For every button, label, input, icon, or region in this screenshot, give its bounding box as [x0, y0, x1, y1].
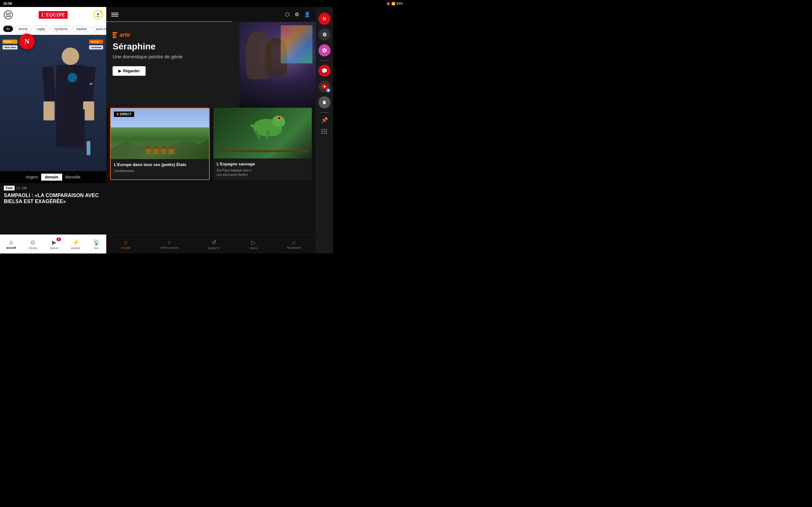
arte-nav-recherche[interactable]: ⌕ Recherche: [287, 239, 301, 249]
lequipe-user-button[interactable]: [94, 10, 102, 19]
arte-card-1[interactable]: DIRECT L'Europe dans tous ses (petits) É…: [110, 108, 210, 180]
sidebar-settings[interactable]: ⚙: [318, 29, 331, 41]
branch: [217, 150, 309, 152]
menu-line-2: [111, 14, 118, 15]
arte-hero: arte Séraphine Une domestique peintre de…: [106, 22, 316, 108]
water-bottle: [87, 141, 90, 155]
profile-icon[interactable]: 👤: [304, 11, 310, 17]
arte-bottom-nav: ⌂ Accueil ♪ ARTE Concert ↺ Guide TV ▷ Di…: [106, 234, 316, 253]
arte-logo-icon: [113, 32, 117, 38]
arte-music-icon: ♪: [168, 239, 171, 245]
arte-hero-subtitle: Une domestique peintre de génie: [113, 54, 233, 60]
grid-dot-9: [326, 133, 327, 134]
menu-line-1: [111, 13, 118, 13]
chrono-icon: ⊙: [31, 239, 35, 246]
arte-panel: ⬡ ⚙ 👤 arte Séraphine Une domestique pein…: [106, 0, 316, 253]
sport-tab-automoto[interactable]: auto-moto: [92, 26, 106, 32]
lequipe-logo: L'EQUIPE: [39, 11, 67, 19]
directs-badge: 8: [56, 238, 61, 241]
arte-nav-accueil[interactable]: ⌂ Accueil: [121, 239, 131, 249]
house-4: [168, 148, 174, 154]
sport-tab-basket[interactable]: basket: [73, 26, 90, 32]
sidebar-youtube[interactable]: [318, 80, 331, 93]
lequipe-header: L'EQUIPE: [0, 7, 106, 23]
sidebar-note[interactable]: 📋: [318, 96, 331, 108]
arte-nav-accueil-label: Accueil: [121, 246, 131, 249]
notification-dot: [100, 10, 102, 13]
arte-card-2[interactable]: L'Espagne sauvage Du Pays basque aux c u…: [213, 108, 312, 180]
nav-directs-label: directs: [50, 246, 58, 250]
sport-tab-cyclisme[interactable]: cyclisme: [51, 26, 71, 32]
sidebar-pin[interactable]: 📌: [321, 117, 328, 124]
lequipe-bottom-nav: ⌂ accueil ⊙ chrono ▶ 8 directs ⚡ explore…: [0, 234, 106, 253]
house-2: [153, 148, 159, 154]
direct-dot: [116, 113, 119, 115]
svg-rect-2: [6, 16, 11, 17]
arte-menu-button[interactable]: [111, 13, 118, 16]
tag-foot: Foot: [4, 186, 14, 190]
nav-chrono[interactable]: ⊙ chrono: [29, 239, 38, 250]
svg-rect-1: [6, 14, 11, 15]
nav-chrono-label: chrono: [29, 246, 38, 250]
explore-icon: ⚡: [72, 239, 79, 246]
arte-nav-direct[interactable]: ▷ Direct: [250, 239, 257, 250]
play-icon: ▶: [118, 69, 121, 73]
user-icon: [96, 13, 100, 17]
arte-nav-concert[interactable]: ♪ ARTE Concert: [160, 239, 178, 249]
lequipe-menu-button[interactable]: [4, 10, 13, 19]
sidebar-divider-dashed: [320, 112, 329, 113]
menu-line-3: [111, 16, 118, 16]
sidebar-grid-menu[interactable]: [320, 127, 329, 135]
sport-tab-foot[interactable]: fo: [3, 26, 13, 32]
arte-home-icon: ⌂: [124, 239, 128, 245]
arte-search-icon: ⌕: [292, 239, 296, 245]
svg-rect-0: [6, 13, 11, 14]
nav-live[interactable]: 📡 live: [93, 239, 100, 250]
grid-dot-8: [323, 133, 325, 134]
arte-nav-recherche-label: Recherche: [287, 246, 301, 249]
settings-icon[interactable]: ⚙: [295, 11, 299, 17]
arte-cards: DIRECT L'Europe dans tous ses (petits) É…: [106, 108, 316, 180]
arte-logo-text: arte: [119, 32, 130, 38]
menu-icon: [6, 12, 11, 17]
arte-watch-button[interactable]: ▶ Regarder: [113, 66, 146, 76]
match-bar: Angers demain Marseille: [0, 171, 106, 183]
arte-logo: arte: [113, 32, 233, 38]
sport-tab-tennis[interactable]: tennis: [15, 26, 31, 32]
orange-logo: orange: [89, 40, 103, 44]
grid-dot-5: [323, 131, 325, 132]
grid-dot-6: [326, 131, 327, 132]
arte-direct-icon: ▷: [251, 239, 256, 246]
sky: [111, 108, 209, 127]
sport-tab-rugby[interactable]: rugby: [33, 26, 49, 32]
nav-explore[interactable]: ⚡ explore: [71, 239, 81, 250]
cast-icon[interactable]: ⬡: [285, 11, 290, 17]
nav-accueil[interactable]: ⌂ accueil: [6, 239, 16, 249]
arte-hero-text: arte Séraphine Une domestique peintre de…: [106, 22, 240, 108]
article-title[interactable]: SAMPAOLI : «LA COMPARAISON AVEC BIELSA E…: [4, 192, 102, 205]
sidebar-blossom[interactable]: ✿: [318, 44, 331, 56]
sidebar-panel: N ⚙ ✿ 💬 📋 📌: [316, 0, 333, 253]
team1-label: Angers: [22, 175, 41, 179]
arte-nav-guide[interactable]: ↺ Guide TV: [208, 239, 220, 250]
arte-hero-title: Séraphine: [113, 42, 233, 52]
grid-dot-7: [321, 133, 322, 134]
status-icons: 🔕 📶 84%: [386, 2, 403, 5]
notification-icon: 🔕: [386, 2, 390, 5]
arte-header: ⬡ ⚙ 👤: [106, 7, 316, 22]
house-1: [146, 148, 151, 154]
arte-card-1-body: L'Europe dans tous ses (petits) États Li…: [111, 159, 209, 176]
svg-point-6: [327, 89, 329, 91]
arte-progress-bar: [106, 21, 232, 22]
overlay-icon: [326, 88, 331, 93]
netflix-icon[interactable]: N: [19, 34, 35, 49]
arte-nav-direct-label: Direct: [250, 246, 257, 250]
overlay-small-icon: [327, 89, 329, 92]
battery-label: 84%: [397, 2, 403, 5]
uber-eats-logo: Uber Eats: [3, 45, 17, 49]
nav-directs[interactable]: ▶ 8 directs: [50, 239, 58, 250]
sidebar-netflix[interactable]: N: [318, 13, 331, 25]
match-date-label: demain: [41, 174, 62, 181]
puma-logo: PUMA: [3, 40, 17, 44]
sidebar-chat[interactable]: 💬: [318, 65, 331, 77]
